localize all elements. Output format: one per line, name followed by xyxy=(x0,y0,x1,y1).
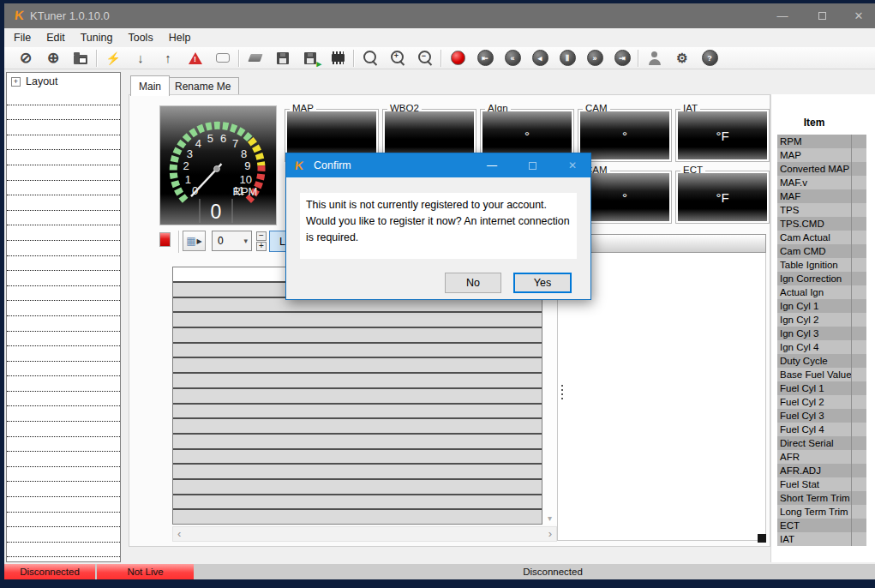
table-row[interactable] xyxy=(173,495,542,511)
minimize-button[interactable]: — xyxy=(764,3,801,28)
yes-button[interactable]: Yes xyxy=(513,273,572,293)
menu-file[interactable]: File xyxy=(6,29,39,46)
tree-row[interactable] xyxy=(7,392,120,407)
item-row[interactable]: Ign Correction xyxy=(777,272,866,285)
tree-row[interactable] xyxy=(7,211,120,226)
gear-select-dropdown[interactable]: 0 ▾ xyxy=(212,231,252,251)
maximize-button[interactable] xyxy=(803,3,841,28)
menu-help[interactable]: Help xyxy=(161,29,199,46)
item-row[interactable]: Fuel Stat xyxy=(777,477,866,491)
table-vertical-scrollbar[interactable]: ▾ xyxy=(542,267,557,525)
table-row[interactable] xyxy=(173,480,542,495)
save-export-icon[interactable]: ▸ xyxy=(297,47,324,69)
table-row[interactable] xyxy=(173,374,542,389)
tree-row[interactable] xyxy=(7,165,120,181)
table-select-button[interactable]: ▦ ▶ xyxy=(183,231,206,251)
item-row[interactable]: MAP xyxy=(777,148,866,162)
ecu-chip-icon[interactable] xyxy=(324,47,351,69)
table-row[interactable] xyxy=(173,358,542,374)
help-icon[interactable]: ? xyxy=(696,47,723,69)
open-folder-icon[interactable] xyxy=(67,47,94,69)
tree-row[interactable] xyxy=(7,181,120,196)
dialog-maximize-button[interactable] xyxy=(522,153,542,177)
tree-row[interactable] xyxy=(7,225,120,241)
item-row[interactable]: Actual Ign xyxy=(777,285,866,299)
item-row[interactable]: TPS.CMD xyxy=(777,217,866,231)
data-table[interactable] xyxy=(172,267,542,525)
tree-row[interactable] xyxy=(7,467,120,483)
item-row[interactable]: ECT xyxy=(777,519,866,532)
download-icon[interactable]: ↓ xyxy=(127,47,154,69)
pause-icon[interactable]: Ⅱ xyxy=(554,47,581,69)
tree-row[interactable] xyxy=(7,135,120,151)
tree-row[interactable] xyxy=(7,527,120,543)
connect-icon[interactable]: ⊕ xyxy=(39,47,67,69)
table-row[interactable] xyxy=(173,313,542,328)
close-button[interactable]: ✕ xyxy=(842,3,875,28)
scroll-left-icon[interactable]: ‹ xyxy=(177,528,181,540)
tree-row[interactable] xyxy=(7,195,120,211)
item-row[interactable]: Table Ignition xyxy=(777,258,866,272)
tree-row[interactable] xyxy=(7,497,120,513)
tree-expand-icon[interactable]: + xyxy=(11,77,21,87)
menu-edit[interactable]: Edit xyxy=(39,29,73,46)
table-row[interactable] xyxy=(173,510,542,525)
item-row[interactable]: AFR xyxy=(777,450,866,464)
dialog-close-button[interactable]: ✕ xyxy=(562,153,583,177)
user-account-icon[interactable] xyxy=(641,47,668,69)
item-row[interactable]: Base Fuel Value xyxy=(777,368,866,381)
tree-row[interactable] xyxy=(7,150,120,165)
tree-row[interactable] xyxy=(7,543,120,558)
table-row[interactable] xyxy=(173,328,542,344)
scroll-right-icon[interactable]: › xyxy=(548,528,552,540)
item-row[interactable]: Cam Actual xyxy=(777,231,866,244)
skip-start-icon[interactable]: ⇤ xyxy=(471,47,499,69)
zoom-out-icon[interactable]: − xyxy=(411,47,439,69)
table-row[interactable] xyxy=(173,389,542,405)
item-row[interactable]: Long Term Trim xyxy=(777,505,866,519)
settings-gear-icon[interactable]: ⚙ xyxy=(668,47,696,69)
layout-tree-root[interactable]: + Layout xyxy=(7,73,120,90)
tree-row[interactable] xyxy=(7,286,120,302)
flash-connector-icon[interactable]: ⚡ xyxy=(99,47,127,69)
tree-row[interactable] xyxy=(7,332,120,347)
tree-row[interactable] xyxy=(7,271,120,286)
table-row[interactable] xyxy=(173,298,542,314)
tree-row[interactable] xyxy=(7,452,120,467)
table-row[interactable] xyxy=(173,405,542,420)
item-row[interactable]: MAF.v xyxy=(777,176,866,189)
item-row[interactable]: AFR.ADJ xyxy=(777,464,866,477)
item-row[interactable]: Ign Cyl 3 xyxy=(777,327,866,340)
item-row[interactable]: Ign Cyl 4 xyxy=(777,340,866,354)
play-back-icon[interactable]: ◂ xyxy=(526,47,554,69)
table-row[interactable] xyxy=(173,435,542,450)
tree-row[interactable] xyxy=(7,316,120,332)
menu-tuning[interactable]: Tuning xyxy=(73,29,121,46)
tree-row[interactable] xyxy=(7,376,120,392)
tree-row[interactable] xyxy=(7,362,120,377)
warning-icon[interactable]: ! xyxy=(182,47,209,69)
item-row[interactable]: Ign Cyl 2 xyxy=(777,313,866,327)
zoom-in-icon[interactable]: + xyxy=(384,47,411,69)
tab-main[interactable]: Main xyxy=(130,75,170,96)
table-horizontal-scrollbar[interactable]: ‹ › xyxy=(172,526,557,542)
table-row[interactable] xyxy=(173,344,542,359)
tree-row[interactable] xyxy=(7,437,120,453)
item-grid[interactable]: RPMMAPConverted MAPMAF.vMAFTPSTPS.CMDCam… xyxy=(777,135,866,546)
splitter-handle[interactable] xyxy=(561,385,563,401)
item-row[interactable]: TPS xyxy=(777,203,866,217)
table-row[interactable] xyxy=(173,450,542,465)
tree-row[interactable] xyxy=(7,90,120,105)
disconnect-icon[interactable]: ⊘ xyxy=(12,47,39,69)
tree-row[interactable] xyxy=(7,482,120,497)
tree-row[interactable] xyxy=(7,406,120,422)
item-row[interactable]: RPM xyxy=(777,135,866,148)
increment-button[interactable]: + xyxy=(256,242,267,251)
tab-rename-me[interactable]: Rename Me xyxy=(166,77,239,95)
layout-tree-panel[interactable]: + Layout xyxy=(6,72,121,562)
dialog-minimize-button[interactable]: — xyxy=(482,153,502,177)
item-row[interactable]: Fuel Cyl 1 xyxy=(777,381,866,395)
tree-row[interactable] xyxy=(7,346,120,362)
record-icon[interactable] xyxy=(444,47,471,69)
item-row[interactable]: Cam CMD xyxy=(777,244,866,258)
